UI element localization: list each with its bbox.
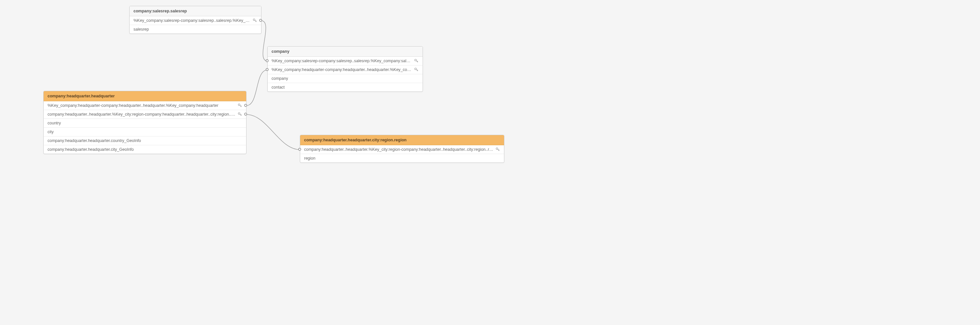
connector-dot [266, 59, 269, 62]
key-icon [414, 59, 419, 63]
table-header-company[interactable]: company [267, 46, 423, 57]
table-row[interactable]: city [44, 127, 246, 137]
table-row[interactable]: country [44, 119, 246, 127]
table-row[interactable]: %Key_company:headquarter-company:headqua… [44, 101, 246, 110]
table-region[interactable]: company:headquarter.headquarter.city:reg… [300, 135, 504, 163]
table-headquarter[interactable]: company:headquarter.headquarter %Key_com… [43, 91, 247, 154]
table-row[interactable]: %Key_company:headquarter-company:headqua… [267, 65, 423, 74]
key-icon [253, 18, 257, 23]
svg-point-1 [415, 59, 417, 61]
svg-point-4 [238, 113, 240, 114]
key-icon [238, 103, 242, 108]
table-title: company:salesrep.salesrep [134, 9, 187, 13]
relationship-edge [261, 21, 267, 61]
field-label: %Key_company:salesrep-company:salesrep..… [134, 18, 251, 23]
table-title: company:headquarter.headquarter [48, 94, 115, 98]
table-salesrep[interactable]: company:salesrep.salesrep %Key_company:s… [129, 6, 261, 34]
field-label: salesrep [134, 27, 257, 32]
table-row[interactable]: company:headquarter..headquarter.%Key_ci… [300, 145, 504, 154]
key-icon [238, 112, 242, 116]
table-row[interactable]: company:headquarter..headquarter.%Key_ci… [44, 110, 246, 119]
table-header-region[interactable]: company:headquarter.headquarter.city:reg… [300, 135, 504, 145]
connector-dot [244, 104, 247, 107]
svg-point-5 [496, 148, 498, 150]
connector-dot [244, 113, 247, 116]
table-row[interactable]: contact [267, 83, 423, 91]
field-label: city [48, 130, 242, 134]
field-label: %Key_company:headquarter-company:headqua… [48, 103, 236, 108]
relationship-edge [246, 70, 267, 106]
field-label: company [272, 76, 419, 81]
key-icon [496, 147, 500, 152]
field-label: %Key_company:salesrep-company:salesrep..… [272, 59, 412, 63]
svg-point-0 [253, 19, 255, 21]
connector-dot [259, 19, 262, 22]
field-label: %Key_company:headquarter-company:headqua… [272, 67, 412, 72]
table-row[interactable]: %Key_company:salesrep-company:salesrep..… [130, 16, 261, 25]
svg-point-3 [238, 104, 240, 105]
table-row[interactable]: company:headquarter.headquarter.city_Geo… [44, 145, 246, 154]
table-row[interactable]: company [267, 74, 423, 83]
field-label: company:headquarter.headquarter.city_Geo… [48, 147, 242, 152]
diagram-canvas[interactable]: company:salesrep.salesrep %Key_company:s… [0, 0, 980, 325]
field-label: company:headquarter..headquarter.%Key_ci… [304, 147, 493, 152]
field-label: region [304, 156, 500, 161]
table-row[interactable]: company:headquarter.headquarter.country_… [44, 137, 246, 145]
field-label: company:headquarter.headquarter.country_… [48, 139, 242, 143]
table-title: company [272, 49, 290, 54]
connector-dot [266, 68, 269, 71]
relationship-edge [246, 115, 300, 150]
table-header-salesrep[interactable]: company:salesrep.salesrep [130, 6, 261, 16]
table-header-headquarter[interactable]: company:headquarter.headquarter [44, 91, 246, 101]
svg-point-2 [415, 68, 417, 70]
key-icon [414, 67, 419, 72]
table-row[interactable]: %Key_company:salesrep-company:salesrep..… [267, 57, 423, 65]
connector-dot [298, 148, 301, 151]
table-title: company:headquarter.headquarter.city:reg… [304, 138, 407, 142]
field-label: company:headquarter..headquarter.%Key_ci… [48, 112, 236, 116]
field-label: contact [272, 85, 419, 89]
table-row[interactable]: region [300, 154, 504, 162]
table-row[interactable]: salesrep [130, 25, 261, 33]
field-label: country [48, 121, 242, 125]
table-company[interactable]: company %Key_company:salesrep-company:sa… [267, 46, 423, 92]
